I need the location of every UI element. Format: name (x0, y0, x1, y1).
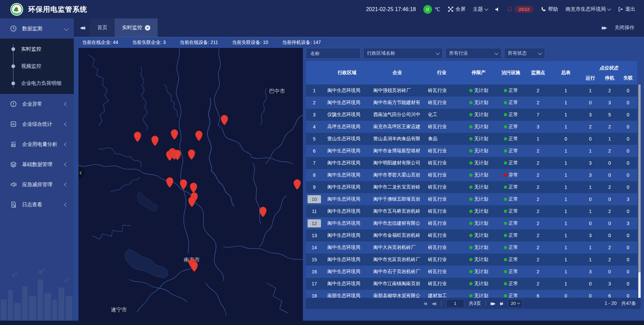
map-pin-icon[interactable] (133, 131, 142, 142)
org-dropdown[interactable]: 南充市生态环境局 (566, 6, 610, 12)
monitor-count-cell: 2 (525, 254, 551, 266)
map-pin-icon[interactable] (259, 207, 267, 217)
sidebar-item-4[interactable]: 企业用电量分析 (0, 134, 74, 154)
theme-dropdown[interactable]: 主题 (473, 6, 488, 12)
table-row[interactable]: 8阆中生态环境局阆中市枣碧大梁山页岩砖瓦行业无计划异常21300 (306, 169, 637, 181)
sidebar-item-7[interactable]: 日志查看 (0, 195, 74, 215)
logout-button[interactable]: 退出 (618, 6, 635, 12)
facility-status-cell: 正常 (497, 181, 525, 193)
table-row[interactable]: 11阆中生态环境局阆中市五马桥页岩机砖砖瓦行业无计划正常21120 (306, 205, 637, 217)
stopped-count-cell: 0 (600, 229, 619, 241)
production-status-cell: 无计划 (460, 145, 497, 157)
close-operations-button[interactable]: 关闭操作 (614, 24, 635, 31)
sidebar-item-3[interactable]: 企业综合统计 (0, 114, 74, 134)
row-index-cell: 18 (306, 290, 323, 298)
region-filter-select[interactable]: 行政区域名称 (363, 48, 443, 59)
industry-cell: 化工 (423, 109, 460, 121)
tabs-scroll-right-button[interactable]: ▶▶ (602, 25, 606, 30)
table-row[interactable]: 5营山生态环境局营山县润丰肉食品有限食品无计划正常10010 (306, 133, 637, 145)
chevron-down-icon (538, 51, 542, 55)
mute-button[interactable] (495, 7, 500, 12)
running-count-cell: 3 (580, 266, 600, 278)
table-row[interactable]: 6阆中生态环境局阆中市金博瑞新型墙材砖瓦行业无计划正常21120 (306, 145, 637, 157)
sidebar-subitem[interactable]: 企业电力负荷明细 (0, 75, 74, 92)
table-row[interactable]: 17阆中生态环境局阆中市江南镇阆南页岩砖瓦行业无计划正常21030 (306, 278, 637, 290)
map-pin-icon[interactable] (166, 177, 174, 188)
sidebar-item-1[interactable]: 数据监测 (0, 18, 74, 39)
stopped-count-cell: 2 (600, 254, 619, 266)
table-row[interactable]: 1阆中生态环境局阆中强锐页岩砖厂砖瓦行业无计划正常21120 (306, 85, 637, 97)
map-pin-icon[interactable] (170, 129, 178, 140)
sidebar-item-5[interactable]: 基础数据管理 (0, 154, 74, 174)
map-pin-icon[interactable] (187, 149, 196, 160)
scrollbar-thumb[interactable] (638, 85, 641, 272)
name-filter-field[interactable] (306, 48, 361, 59)
table-row[interactable]: 10阆中生态环境局阆中千佛镇五郎垭页岩砖瓦行业无计划正常21003 (306, 193, 637, 205)
pager-divider (486, 301, 486, 306)
chevron-left-icon (64, 182, 68, 187)
map-pin-icon[interactable] (151, 136, 159, 146)
table-row[interactable]: 13阆中生态环境局阆中市金福旺页岩机砖砖瓦行业无计划正常21300 (306, 229, 637, 241)
column-header-industry: 行业 (423, 61, 460, 85)
map-canvas[interactable]: 巴中市南充市遂宁市 (78, 48, 303, 321)
help-button[interactable]: 帮助 (541, 6, 558, 12)
map-pin-icon[interactable] (195, 130, 203, 141)
industry-cell: 砖瓦行业 (423, 278, 460, 290)
map-pin-icon[interactable] (188, 197, 196, 207)
region-cell: 阆中生态环境局 (323, 181, 371, 193)
map-pin-icon[interactable] (190, 182, 198, 193)
status-label: 无计划 (474, 196, 488, 202)
fullscreen-button[interactable]: 全屏 (448, 6, 466, 12)
table-row[interactable]: 18南部生态环境局南部县砌华水泥有限公建材加工无计划正常60060 (306, 290, 637, 298)
offline-count-cell: 0 (619, 241, 637, 254)
tab-2[interactable]: 实时监控× (115, 18, 158, 37)
notifications-button[interactable]: 2632 (507, 6, 534, 13)
table-row[interactable]: 16阆中生态环境局阆中市石子页岩机砖厂砖瓦行业无计划正常21300 (306, 266, 637, 278)
status-dot-icon (469, 246, 473, 249)
fullscreen-icon (448, 6, 453, 12)
company-cell: 阆中市石子页岩机砖厂 (371, 266, 423, 278)
next-page-button[interactable]: ▶▶ (491, 301, 495, 306)
prev-page-button[interactable]: ◀◀ (431, 301, 436, 306)
map-pin-icon[interactable] (173, 150, 181, 160)
map-pin-icon[interactable] (179, 179, 187, 190)
status-dot-icon (504, 270, 507, 273)
sidebar-subitem[interactable]: 视频监控 (0, 58, 74, 75)
company-cell: 阆中市金福旺页岩机砖 (371, 229, 423, 241)
meter-count-cell: 1 (551, 205, 580, 217)
tab-close-icon[interactable]: × (145, 25, 150, 31)
table-row[interactable]: 7阆中生态环境局阆中明阳建材有限公司砖瓦行业无计划正常21300 (306, 157, 637, 169)
name-filter-input[interactable] (310, 50, 357, 56)
table-row[interactable]: 15阆中生态环境局阆中市光富页岩机砖厂砖瓦行业无计划正常21120 (306, 254, 637, 266)
pager-divider (441, 301, 441, 306)
table-row[interactable]: 14阆中生态环境局阆中大兴页岩机砖厂砖瓦行业无计划正常21120 (306, 241, 637, 254)
status-label: 正常 (509, 245, 518, 251)
table-row[interactable]: 3仪陇生态环境局西南油气田分公司川中化工无计划正常71350 (306, 109, 637, 121)
production-status-cell: 无计划 (460, 133, 497, 145)
last-page-button[interactable]: ▶Ⅰ (500, 301, 503, 306)
status-label: 无计划 (474, 184, 488, 190)
map-pin-icon[interactable] (190, 261, 198, 272)
logout-label: 退出 (625, 6, 635, 12)
status-dot-icon (469, 101, 473, 104)
table-row[interactable]: 2阆中生态环境局阆中市南方节能建材有砖瓦行业无计划正常21030 (306, 97, 637, 109)
status-filter-select[interactable]: 所有状态 (504, 48, 545, 59)
stopped-count-cell: 2 (600, 205, 619, 217)
status-label: 无计划 (474, 293, 488, 298)
sidebar-subitem[interactable]: 实时监控 (0, 41, 74, 58)
tabs-scroll-left-button[interactable]: ◀◀ (74, 18, 90, 37)
first-page-button[interactable]: Ⅰ◀ (424, 301, 427, 306)
sidebar-item-2[interactable]: 企业异常 (0, 94, 74, 114)
sidebar-item-6[interactable]: 应急减排管理 (0, 174, 74, 195)
map-pin-icon[interactable] (220, 115, 228, 125)
table-row[interactable]: 4高坪生态环境局南充市高坪区王家店建砖瓦行业无计划正常31220 (306, 121, 637, 133)
industry-filter-select[interactable]: 所有行业 (445, 48, 501, 59)
table-row[interactable]: 12阆中生态环境局阆中市忠信建材有限公砖瓦行业无计划正常21003 (306, 217, 637, 229)
row-index-cell: 3 (306, 109, 323, 121)
map-pin-icon[interactable] (293, 179, 301, 190)
tab-1[interactable]: 首页 (90, 18, 115, 37)
page-number-input[interactable] (446, 299, 464, 308)
page-size-select[interactable]: 20 (508, 299, 523, 308)
table-row[interactable]: 9阆中生态环境局阆中市二龙长宝页岩砖砖瓦行业无计划正常21120 (306, 181, 637, 193)
status-label: 异常 (509, 172, 518, 178)
